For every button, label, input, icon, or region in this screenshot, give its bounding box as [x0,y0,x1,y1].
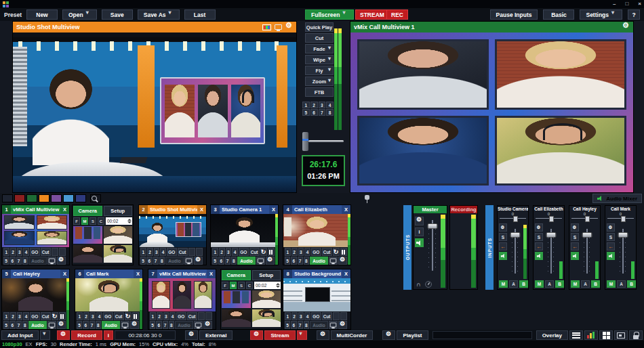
mode-f-button[interactable]: F [222,282,228,289]
monitor-icon[interactable] [184,257,193,265]
input-title[interactable]: vMix Call Multiview 1 [11,205,60,214]
help-button[interactable]: ? [628,9,640,20]
transition-effect-button[interactable]: Zoom [305,77,334,86]
pause-icon[interactable] [59,248,66,256]
loop-icon[interactable] [125,312,132,320]
record-settings-gear-icon[interactable] [57,330,70,340]
input-header[interactable]: 1 vMix Call Multiview 1 X [2,205,69,214]
overlay-3-button[interactable]: 3 [90,312,96,320]
multicorder-settings-gear-icon[interactable] [317,330,329,340]
overlay-3-button[interactable]: 3 [226,248,232,256]
overlay-1-button[interactable]: 1 [212,248,218,256]
bus-a-button[interactable]: A [581,280,590,288]
transition-effect-button[interactable]: Fly [305,66,334,75]
channel-fader[interactable] [546,225,556,278]
monitor-icon[interactable] [121,321,129,329]
input-panel[interactable]: 4 Call Elizabeth X 1 2 3 4 GO C [283,204,351,265]
overlay-2-button[interactable]: 2 [10,248,16,256]
gear-icon[interactable] [499,223,507,232]
overlay-8-button[interactable]: 8 [304,321,309,329]
pause-icon[interactable] [268,248,275,256]
rec-status-button[interactable]: REC [386,9,408,20]
preview-header[interactable]: Studio Shot Multiview [13,22,296,32]
overlay-1-button[interactable]: 1 [77,312,83,320]
mode-c-button[interactable]: C [98,217,104,225]
close-icon[interactable]: X [60,269,69,278]
grid-view-icon[interactable] [599,330,613,340]
duration-stepper[interactable]: 00:02 [106,217,132,225]
overlay-5-button[interactable]: 5 [140,257,146,265]
gear-icon[interactable] [607,223,615,232]
mode-c-button[interactable]: C [246,282,253,289]
audio-mixer-button[interactable]: Audio Mixer [592,194,642,203]
add-input-button[interactable]: Add Input [1,330,39,340]
overlay-number-button[interactable]: 6 [310,109,318,116]
cut-button[interactable]: Cut [322,312,332,320]
monitor-icon[interactable] [47,257,56,265]
basic-button[interactable]: Basic [543,9,574,20]
camera-preset-thumb[interactable] [104,245,133,263]
quick-play-button[interactable]: Quick Play [305,22,334,32]
overlay-4-button[interactable]: 4 [23,248,29,256]
gear-icon[interactable] [266,257,275,265]
pan-slider[interactable] [571,216,598,221]
overlay-7-button[interactable]: 7 [16,321,22,329]
go-button[interactable]: GO [30,312,40,320]
bus-a-button[interactable]: A [545,280,554,288]
solo-button[interactable]: S [607,233,615,241]
stepper-arrows-icon[interactable] [275,282,279,288]
input-thumbnail[interactable] [139,214,206,247]
bus-b-button[interactable]: B [627,280,636,288]
monitor-icon[interactable] [256,257,265,265]
program-video[interactable] [350,32,633,192]
transition-effect-button[interactable]: Wipe [305,55,334,64]
overlay-6-button[interactable]: 6 [291,321,296,329]
overlay-4-button[interactable]: 4 [96,312,102,320]
chevron-down-icon[interactable] [328,47,333,52]
solo-button[interactable]: S [571,233,579,241]
overlay-6-button[interactable]: 6 [9,321,15,329]
overlay-8-button[interactable]: 8 [169,321,174,329]
overlay-4-button[interactable]: 4 [232,248,238,256]
close-button[interactable]: × [638,1,641,7]
overlay-5-button[interactable]: 5 [285,321,290,329]
overlay-6-button[interactable]: 6 [218,257,224,265]
close-icon[interactable]: X [269,205,278,214]
input-thumbnail[interactable] [283,214,350,247]
camera-preset-thumb[interactable] [104,226,133,244]
open-button[interactable]: Open [62,9,97,20]
overlay-1-button[interactable]: 1 [285,248,291,256]
audio-button[interactable]: Audio [310,257,328,265]
close-icon[interactable]: X [342,269,350,278]
overlay-8-button[interactable]: 8 [22,321,28,329]
monitor-icon[interactable] [194,321,203,329]
return-arrow-icon[interactable] [607,242,615,251]
category-color-swatch[interactable] [75,194,86,202]
loop-icon[interactable] [52,248,58,256]
input-header[interactable]: 8 Studio Background Image X [283,269,350,278]
bus-a-button[interactable]: A [509,280,518,288]
input-panel[interactable]: 6 Call Mark X 1 2 3 4 GO Cut [75,269,143,330]
overlay-2-button[interactable]: 2 [147,248,153,256]
overlay-7-button[interactable]: 7 [153,257,159,265]
input-thumbnail[interactable] [2,278,69,311]
go-button[interactable]: GO [176,312,186,320]
input-thumbnail[interactable] [2,214,69,247]
pause-icon[interactable] [205,312,212,320]
bus-b-button[interactable]: B [555,280,564,288]
monitor-icon[interactable] [275,24,282,30]
overlay-4-button[interactable]: 4 [304,312,310,320]
solo-button[interactable]: S [535,233,543,241]
chevron-down-icon[interactable] [328,80,333,85]
input-header[interactable]: 7 vMix Call Multiview 2 X [148,269,216,278]
fullscreen-button[interactable]: Fullscreen [305,9,354,20]
return-arrow-icon[interactable] [535,242,543,251]
overlay-5-button[interactable]: 5 [285,257,290,265]
bus-b-button[interactable]: B [591,280,600,288]
input-title[interactable]: Call Elizabeth [292,205,342,214]
input-panel[interactable]: 3 Studio Camera 1 X 1 2 3 4 GO [210,204,279,265]
close-icon[interactable]: X [197,205,206,214]
new-button[interactable]: New [26,9,58,20]
setup-button[interactable]: Setup [252,270,281,280]
save-button[interactable]: Save [102,9,133,20]
